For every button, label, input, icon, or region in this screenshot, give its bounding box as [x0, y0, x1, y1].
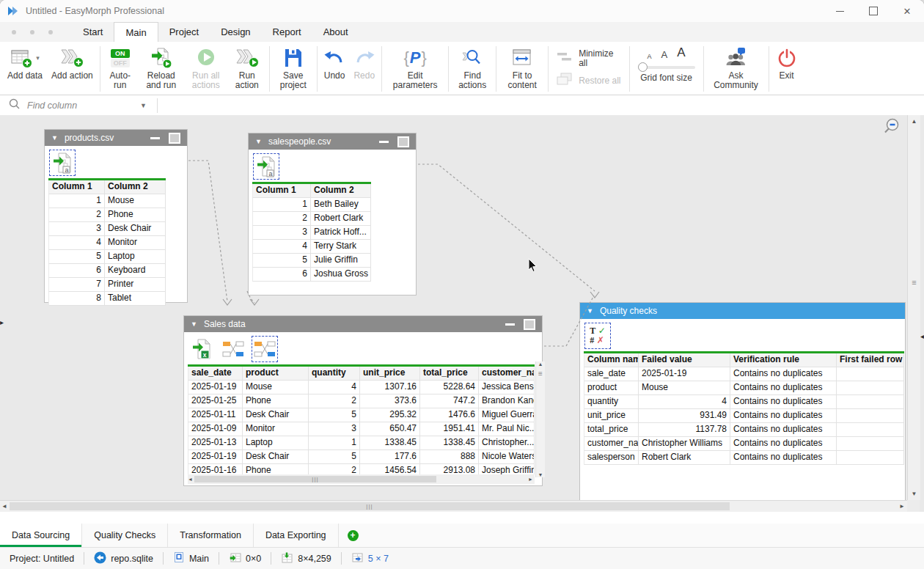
- table-cell[interactable]: 5228.64: [420, 381, 479, 394]
- table-cell[interactable]: 373.6: [360, 394, 420, 408]
- run-all-actions-button[interactable]: Run all actions: [185, 43, 227, 95]
- scrollbar-thumb[interactable]: |||: [194, 476, 436, 482]
- table-cell[interactable]: Joshua Gross: [311, 268, 371, 282]
- slider-knob[interactable]: [638, 62, 648, 72]
- table-cell[interactable]: Jessica Benson: [479, 381, 535, 394]
- table-cell[interactable]: 4: [639, 395, 730, 409]
- table-row[interactable]: 6Keyboard: [48, 264, 166, 278]
- table-cell[interactable]: 1951.41: [420, 422, 479, 436]
- quick-access-dot[interactable]: [30, 30, 34, 34]
- ask-community-button[interactable]: Ask Community: [706, 43, 766, 95]
- sheet-tab-transformation[interactable]: Transformation: [168, 524, 254, 547]
- collapse-caret-icon[interactable]: ▼: [587, 307, 593, 315]
- column-header[interactable]: Column 1: [48, 180, 105, 194]
- table-cell[interactable]: 2: [48, 208, 105, 222]
- salespeople-title-bar[interactable]: ▼ salespeople.csv: [249, 133, 416, 150]
- add-data-button[interactable]: ▾ Add data: [3, 43, 47, 95]
- menu-tab-start[interactable]: Start: [72, 22, 114, 42]
- table-cell[interactable]: Keyboard: [105, 264, 166, 278]
- table-cell[interactable]: Patrick Hoff...: [311, 226, 371, 240]
- import-delimited-text-action[interactable]: a: [253, 153, 279, 180]
- merge-products-action[interactable]: [220, 336, 246, 362]
- table-cell[interactable]: sale_date: [584, 367, 639, 381]
- quick-access-dot[interactable]: [12, 30, 16, 34]
- table-cell[interactable]: 7: [48, 278, 105, 292]
- scrollbar-grip[interactable]: ≡: [912, 279, 916, 286]
- sheet-tab-quality-checks[interactable]: Quality Checks: [82, 524, 168, 547]
- quality-checks-title-bar[interactable]: ▼ Quality checks: [580, 303, 905, 319]
- add-data-dropdown-caret[interactable]: ▾: [36, 54, 40, 62]
- scroll-right-icon[interactable]: ►: [899, 503, 905, 510]
- table-row[interactable]: 1Beth Bailey: [252, 198, 371, 212]
- collapse-caret-icon[interactable]: ▼: [255, 138, 262, 145]
- table-row[interactable]: quantity4Contains no duplicates: [584, 395, 904, 409]
- table-row[interactable]: salespersonRobert ClarkContains no dupli…: [584, 451, 904, 465]
- table-cell[interactable]: 2025-01-13: [188, 436, 243, 450]
- table-cell[interactable]: Mouse: [243, 381, 309, 394]
- table-cell[interactable]: 4: [309, 381, 360, 394]
- minimize-table-button[interactable]: [505, 323, 515, 326]
- table-row[interactable]: 3Patrick Hoff...: [252, 226, 371, 240]
- table-row[interactable]: 2Phone: [48, 208, 166, 222]
- table-cell[interactable]: 2025-01-19: [188, 450, 243, 464]
- repository-status[interactable]: repo.sqlite: [84, 551, 163, 566]
- find-column-input[interactable]: [26, 100, 137, 111]
- table-cell[interactable]: 5: [309, 450, 360, 464]
- table-cell[interactable]: salesperson: [584, 451, 639, 465]
- table-row[interactable]: sale_date2025-01-19Contains no duplicate…: [584, 367, 904, 381]
- minimize-window-button[interactable]: [823, 0, 857, 22]
- table-cell[interactable]: 5: [309, 408, 360, 422]
- menu-tab-design[interactable]: Design: [210, 22, 261, 42]
- collapse-left-panel-arrow[interactable]: ▸: [0, 318, 4, 326]
- table-cell[interactable]: 1: [252, 198, 311, 212]
- table-cell[interactable]: customer_na...: [584, 437, 639, 451]
- table-cell[interactable]: Contains no duplicates: [730, 423, 837, 437]
- table-row[interactable]: 2025-01-09Monitor3650.471951.41Mr. Paul …: [188, 422, 535, 436]
- column-header[interactable]: Failed value: [639, 353, 730, 367]
- table-cell[interactable]: 3: [309, 422, 360, 436]
- table-cell[interactable]: 6: [252, 268, 311, 282]
- table-cell[interactable]: Robert Clark: [311, 212, 371, 226]
- table-row[interactable]: 4Monitor: [48, 236, 166, 250]
- products-title-bar[interactable]: ▼ products.csv: [45, 130, 187, 146]
- grid-font-size-slider[interactable]: [638, 62, 695, 72]
- exit-button[interactable]: Exit: [771, 43, 802, 95]
- module-status[interactable]: Main: [164, 551, 219, 565]
- fit-to-content-button[interactable]: Fit to content: [499, 43, 546, 95]
- sheet-tab-data-sourcing[interactable]: Data Sourcing: [0, 524, 82, 547]
- maximize-window-button[interactable]: [857, 0, 890, 22]
- table-cell[interactable]: Nicole Waters: [479, 450, 535, 464]
- table-row[interactable]: 5Julie Griffin: [252, 254, 371, 268]
- table-row[interactable]: unit_price931.49Contains no duplicates: [584, 409, 904, 423]
- scroll-up-icon[interactable]: ▲: [538, 361, 543, 367]
- table-cell[interactable]: Christopher Williams: [639, 437, 730, 451]
- table-cell[interactable]: 931.49: [639, 409, 730, 423]
- scroll-up-icon[interactable]: ▲: [912, 118, 917, 125]
- table-cell[interactable]: 888: [420, 450, 479, 464]
- table-cell[interactable]: 1137.78: [639, 423, 730, 437]
- table-cell[interactable]: [837, 395, 904, 409]
- column-header[interactable]: quantity: [309, 367, 360, 381]
- table-cell[interactable]: 1476.6: [420, 408, 479, 422]
- table-cell[interactable]: Contains no duplicates: [730, 451, 837, 465]
- minimize-all-button[interactable]: Minimize all: [557, 49, 620, 68]
- table-cell[interactable]: [837, 381, 904, 395]
- table-cell[interactable]: Laptop: [243, 436, 309, 450]
- sales-vertical-scrollbar[interactable]: ▲ ≡ ▼: [535, 361, 545, 477]
- table-cell[interactable]: [837, 437, 904, 451]
- verify-columns-action[interactable]: T ✓ # ✗: [584, 323, 611, 349]
- table-window-salespeople[interactable]: ▼ salespeople.csv a Column 1Column 2 1Be…: [248, 133, 417, 295]
- table-cell[interactable]: 5: [252, 254, 311, 268]
- column-header[interactable]: First failed row: [837, 353, 904, 367]
- redo-button[interactable]: Redo: [349, 43, 379, 95]
- table-cell[interactable]: Printer: [105, 278, 166, 292]
- column-header[interactable]: sale_date: [188, 367, 243, 381]
- table-cell[interactable]: Mouse: [105, 194, 166, 208]
- table-cell[interactable]: 4: [252, 240, 311, 254]
- table-cell[interactable]: 295.32: [360, 408, 420, 422]
- reload-and-run-button[interactable]: Reload and run: [138, 43, 185, 95]
- table-window-quality-checks[interactable]: ▼ Quality checks T ✓ # ✗ Column nameFail…: [579, 302, 906, 510]
- maximize-table-button[interactable]: [169, 133, 180, 144]
- maximize-table-button[interactable]: [397, 136, 409, 147]
- table-cell[interactable]: Contains no duplicates: [730, 409, 837, 423]
